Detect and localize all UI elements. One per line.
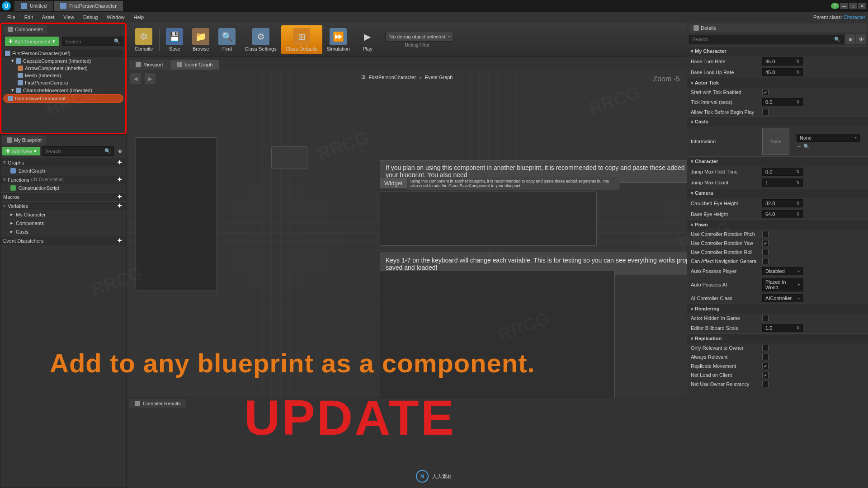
blueprint-node[interactable] xyxy=(380,192,597,246)
detail-section[interactable]: ▿ Character xyxy=(687,156,868,166)
detail-section[interactable]: ▿ My Character xyxy=(687,46,868,56)
add-component-button[interactable]: ✚ Add Component ▾ xyxy=(5,37,59,46)
spinner-icon[interactable]: ⇅ xyxy=(796,169,800,174)
checkbox[interactable] xyxy=(762,240,769,246)
blueprint-node[interactable] xyxy=(271,146,307,169)
dropdown[interactable]: AIController▾ xyxy=(762,294,803,302)
dropdown[interactable]: Disabled▾ xyxy=(762,267,803,275)
detail-section[interactable]: ▿ Casts xyxy=(687,117,868,127)
component-item[interactable]: ▾CapsuleComponent (Inherited) xyxy=(3,57,123,65)
details-search-input[interactable] xyxy=(692,37,834,42)
view-eye-icon[interactable]: 👁 xyxy=(856,34,866,44)
detail-section[interactable]: ▿ Pawn xyxy=(687,220,868,230)
detail-section[interactable]: ▿ Rendering xyxy=(687,304,868,314)
add-macro-button[interactable]: ✚ xyxy=(116,194,123,200)
spinner-icon[interactable]: ⇅ xyxy=(796,100,800,104)
nav-back-button[interactable]: ◀ xyxy=(130,73,141,84)
dropdown[interactable]: Placed in World▾ xyxy=(762,278,803,291)
menu-debug[interactable]: Debug xyxy=(79,13,102,22)
menu-asset[interactable]: Asset xyxy=(38,13,59,22)
tab-viewport[interactable]: Viewport xyxy=(129,60,170,70)
maximize-button[interactable]: □ xyxy=(849,3,857,9)
detail-section[interactable]: ▿ Replication xyxy=(687,333,868,343)
spinner-icon[interactable]: ⇅ xyxy=(796,70,800,75)
spinner-icon[interactable]: ⇅ xyxy=(796,180,800,185)
help-icon[interactable]: ? xyxy=(831,3,839,9)
details-panel-tab[interactable]: Details xyxy=(689,23,867,33)
dropdown[interactable]: None▾ xyxy=(797,134,860,142)
number-input[interactable]: 0.0⇅ xyxy=(762,168,803,176)
document-tab-firstpersoncharacter[interactable]: FirstPersonCharacter xyxy=(54,1,123,11)
close-button[interactable]: ✕ xyxy=(858,3,866,9)
menu-edit[interactable]: Edit xyxy=(20,13,38,22)
add-new-button[interactable]: ✚ Add New ▾ xyxy=(2,147,40,155)
nav-forward-button[interactable]: ▶ xyxy=(145,73,156,84)
section-graphs[interactable]: ▿ Graphs✚ xyxy=(0,158,126,167)
blueprint-node[interactable] xyxy=(380,271,615,398)
graph-item[interactable]: EventGraph xyxy=(0,167,126,175)
number-input[interactable]: 0.0⇅ xyxy=(762,98,803,106)
play-button[interactable]: ▶Play xyxy=(354,25,381,54)
checkbox[interactable] xyxy=(762,381,769,387)
add-variable-button[interactable]: ✚ xyxy=(116,203,123,209)
component-gamesave[interactable]: GameSaveComponent xyxy=(3,94,123,103)
compile-button[interactable]: ⚙Compile xyxy=(130,25,157,54)
search-icon[interactable]: 🔍 xyxy=(803,144,810,150)
components-search[interactable]: 🔍 xyxy=(62,37,124,46)
spinner-icon[interactable]: ⇅ xyxy=(796,201,800,206)
checkbox[interactable] xyxy=(762,249,769,255)
spinner-icon[interactable]: ⇅ xyxy=(796,212,800,216)
number-input[interactable]: 45.0⇅ xyxy=(762,68,803,76)
menu-view[interactable]: View xyxy=(59,13,79,22)
class-defaults-button[interactable]: ⊞Class Defaults xyxy=(281,25,322,54)
checkbox[interactable] xyxy=(762,354,769,360)
component-item[interactable]: Mesh (Inherited) xyxy=(3,72,123,79)
add-dispatcher-button[interactable]: ✚ xyxy=(116,238,123,244)
minimize-button[interactable]: — xyxy=(840,3,848,9)
browse-button[interactable]: 📁Browse xyxy=(188,25,214,54)
number-input[interactable]: 45.0⇅ xyxy=(762,57,803,66)
blueprint-node[interactable] xyxy=(136,137,217,291)
detail-section[interactable]: ▿ Actor Tick xyxy=(687,78,868,88)
function-item[interactable]: ConstructionScript xyxy=(0,184,126,192)
menu-window[interactable]: Window xyxy=(102,13,129,22)
add-function-button[interactable]: ✚ xyxy=(116,177,123,183)
document-tab-untitled[interactable]: Untitled xyxy=(14,1,53,11)
my-blueprint-search[interactable]: 🔍 xyxy=(42,146,114,156)
view-list-icon[interactable]: ≡ xyxy=(845,34,855,44)
section-macros[interactable]: Macros✚ xyxy=(0,192,126,201)
number-input[interactable]: 64.0⇅ xyxy=(762,210,803,218)
checkbox[interactable] xyxy=(762,109,769,115)
section-variables[interactable]: ▿ Variables✚ xyxy=(0,201,126,210)
add-graph-button[interactable]: ✚ xyxy=(116,160,123,165)
checkbox[interactable] xyxy=(762,363,769,369)
details-search[interactable]: 🔍 xyxy=(689,35,844,44)
number-input[interactable]: 1⇅ xyxy=(762,178,803,187)
parent-class-link[interactable]: Character xyxy=(844,14,865,20)
find-button[interactable]: 🔍Find xyxy=(214,25,240,54)
component-item[interactable]: ▾CharacterMovement (Inherited) xyxy=(3,86,123,94)
checkbox[interactable] xyxy=(762,345,769,351)
checkbox[interactable] xyxy=(762,231,769,237)
my-blueprint-search-input[interactable] xyxy=(45,149,104,154)
spinner-icon[interactable]: ⇅ xyxy=(796,59,800,64)
spinner-icon[interactable]: ⇅ xyxy=(796,326,800,330)
tab-event-graph[interactable]: Event Graph xyxy=(170,60,219,70)
breadcrumb-root[interactable]: FirstPersonCharacter xyxy=(369,75,416,80)
number-input[interactable]: 32.0⇅ xyxy=(762,199,803,207)
detail-section[interactable]: ▿ Camera xyxy=(687,188,868,198)
checkbox[interactable] xyxy=(762,372,769,378)
component-root[interactable]: FirstPersonCharacter(self) xyxy=(3,50,123,57)
arrow-left-icon[interactable]: ← xyxy=(797,144,802,150)
section-functions[interactable]: ▿ Functions (31 Overridable)✚ xyxy=(0,175,126,184)
eye-icon[interactable]: 👁 xyxy=(116,149,124,154)
variable-item[interactable]: ▸ Components xyxy=(0,219,126,227)
checkbox[interactable] xyxy=(762,89,769,95)
checkbox[interactable] xyxy=(762,315,769,321)
component-item[interactable]: FirstPersonCamera xyxy=(3,79,123,86)
class-settings-button[interactable]: ⚙Class Settings xyxy=(240,25,281,54)
variable-item[interactable]: ▸ My Character xyxy=(0,210,126,219)
section-dispatchers[interactable]: Event Dispatchers✚ xyxy=(0,236,126,245)
simulation-button[interactable]: ⏩Simulation xyxy=(322,25,354,54)
components-search-input[interactable] xyxy=(66,39,114,44)
